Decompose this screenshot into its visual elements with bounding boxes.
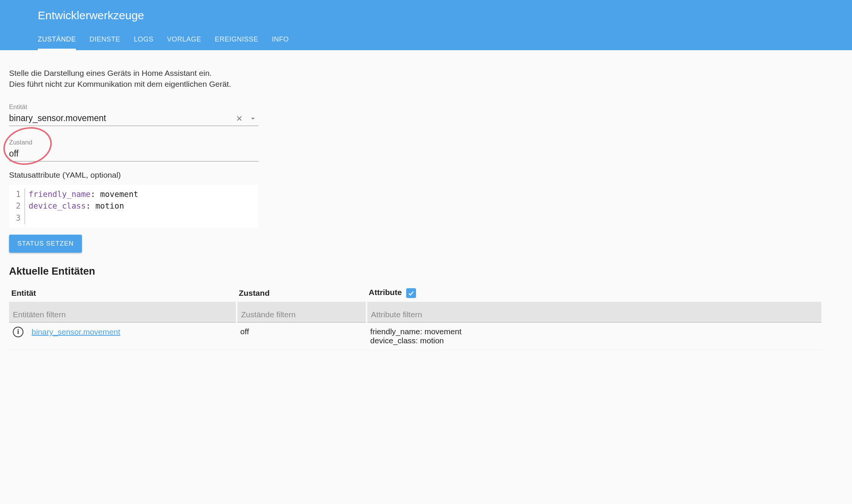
row-attr-line2: device_class: motion — [370, 336, 818, 345]
line-gutter: 123 — [9, 189, 25, 224]
filter-attribute-input[interactable] — [367, 302, 821, 323]
table-header-row: Entität Zustand Attribute — [9, 284, 821, 301]
filter-state-input[interactable] — [237, 302, 366, 323]
info-icon[interactable] — [13, 327, 23, 337]
state-label: Zustand — [9, 139, 258, 146]
entity-link[interactable]: binary_sensor.movement — [32, 327, 120, 336]
main-tabs: ZUSTÄNDE DIENSTE LOGS VORLAGE EREIGNISSE… — [0, 22, 852, 50]
tab-info[interactable]: INFO — [272, 35, 289, 50]
entity-label: Entität — [9, 103, 258, 111]
row-attr-line1: friendly_name: movement — [370, 327, 818, 336]
state-field: Zustand — [9, 139, 258, 161]
tab-states[interactable]: ZUSTÄNDE — [38, 35, 76, 50]
entities-section-title: Aktuelle Entitäten — [9, 266, 821, 277]
yaml-val-2: motion — [91, 201, 124, 211]
tab-template[interactable]: VORLAGE — [167, 35, 202, 50]
yaml-val-1: movement — [96, 190, 139, 199]
tab-logs[interactable]: LOGS — [134, 35, 154, 50]
intro-line1: Stelle die Darstellung eines Geräts in H… — [9, 68, 821, 78]
table-row: binary_sensor.movement off friendly_name… — [9, 323, 821, 350]
yaml-key-2: device_class — [29, 201, 86, 211]
header-attributes-label: Attribute — [369, 288, 402, 297]
filter-row — [9, 302, 821, 323]
attributes-label: Statusattribute (YAML, optional) — [9, 171, 821, 180]
page-title: Entwicklerwerkzeuge — [38, 9, 852, 22]
intro-text: Stelle die Darstellung eines Geräts in H… — [9, 68, 821, 90]
intro-line2: Dies führt nicht zur Kommunikation mit d… — [9, 78, 821, 89]
attributes-checkbox[interactable] — [406, 288, 416, 298]
yaml-content: friendly_name: movement device_class: mo… — [25, 189, 258, 224]
tab-events[interactable]: EREIGNISSE — [215, 35, 258, 50]
content-area: Stelle die Darstellung eines Geräts in H… — [0, 50, 830, 359]
tab-services[interactable]: DIENSTE — [89, 35, 120, 50]
row-attributes: friendly_name: movement device_class: mo… — [367, 323, 821, 350]
row-state: off — [237, 323, 367, 350]
entity-input[interactable] — [9, 112, 231, 126]
dropdown-icon[interactable] — [248, 113, 258, 124]
yaml-key-1: friendly_name — [29, 190, 91, 199]
header-attributes: Attribute — [367, 284, 821, 301]
filter-entity-input[interactable] — [9, 302, 236, 323]
app-header: Entwicklerwerkzeuge ZUSTÄNDE DIENSTE LOG… — [0, 0, 852, 50]
yaml-editor[interactable]: 123 friendly_name: movement device_class… — [9, 185, 258, 228]
header-entity: Entität — [9, 284, 237, 301]
entities-table: Entität Zustand Attribute binary_sensor.… — [9, 284, 821, 350]
header-state: Zustand — [237, 284, 367, 301]
state-input[interactable] — [9, 147, 258, 161]
entity-field: Entität — [9, 103, 258, 126]
clear-icon[interactable] — [234, 113, 245, 124]
set-state-button[interactable]: STATUS SETZEN — [9, 235, 82, 253]
